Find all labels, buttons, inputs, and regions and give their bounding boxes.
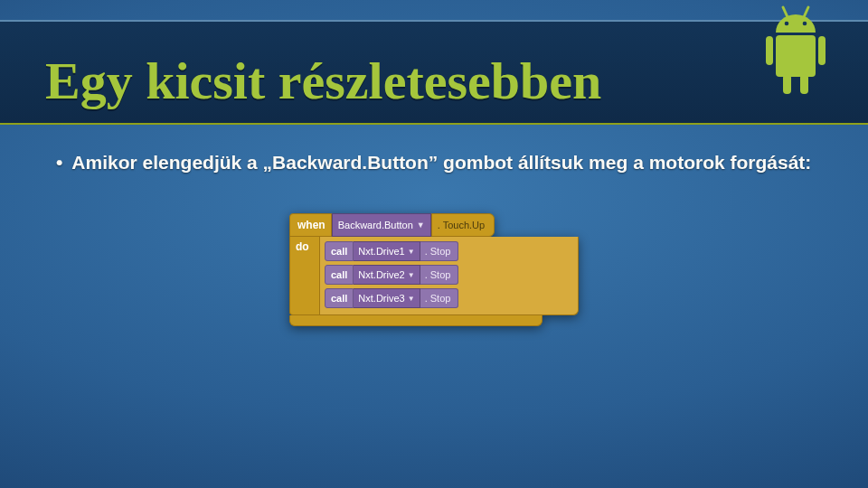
call-method-label: . Stop — [420, 288, 459, 308]
call-component-dropdown[interactable]: Nxt.Drive3 ▼ — [354, 288, 420, 308]
call-method-label: . Stop — [420, 241, 459, 261]
android-icon — [760, 2, 832, 137]
call-component-dropdown[interactable]: Nxt.Drive2 ▼ — [354, 265, 420, 285]
when-event-label: . Touch.Up — [431, 213, 495, 237]
chevron-down-icon: ▼ — [417, 221, 425, 230]
svg-line-1 — [804, 7, 808, 17]
call-block: call Nxt.Drive2 ▼ . Stop — [325, 265, 572, 285]
call-component-label: Nxt.Drive1 — [358, 246, 404, 257]
call-component-dropdown[interactable]: Nxt.Drive1 ▼ — [354, 241, 420, 261]
when-component-label: Backward.Button — [338, 220, 413, 230]
svg-rect-4 — [776, 35, 816, 77]
chevron-down-icon: ▼ — [408, 295, 415, 303]
code-blocks-figure: when Backward.Button ▼ . Touch.Up do cal… — [289, 213, 579, 326]
bullet-marker: • — [56, 152, 62, 174]
bullet-text: Amikor elengedjük a „Backward.Button” go… — [71, 152, 823, 174]
bullet-item: • Amikor elengedjük a „Backward.Button” … — [56, 152, 823, 174]
slide-title: Egy kicsit részletesebben — [45, 51, 601, 111]
do-stack: call Nxt.Drive1 ▼ . Stop call Nxt.Drive2… — [320, 237, 579, 315]
call-component-label: Nxt.Drive3 — [358, 293, 404, 304]
svg-rect-6 — [818, 36, 826, 65]
svg-rect-8 — [800, 74, 808, 94]
call-block: call Nxt.Drive1 ▼ . Stop — [325, 241, 572, 261]
do-keyword: do — [289, 237, 320, 315]
when-block: when Backward.Button ▼ . Touch.Up — [289, 213, 579, 237]
call-block: call Nxt.Drive3 ▼ . Stop — [325, 288, 572, 308]
svg-rect-7 — [783, 74, 791, 94]
call-component-label: Nxt.Drive2 — [358, 269, 404, 280]
call-method-label: . Stop — [420, 265, 459, 285]
call-keyword: call — [325, 288, 354, 308]
call-keyword: call — [325, 265, 354, 285]
svg-line-0 — [783, 7, 788, 17]
chevron-down-icon: ▼ — [408, 271, 415, 279]
chevron-down-icon: ▼ — [408, 248, 415, 256]
svg-rect-5 — [766, 36, 773, 65]
when-component-dropdown[interactable]: Backward.Button ▼ — [332, 213, 431, 237]
block-footer — [289, 315, 542, 326]
svg-point-3 — [803, 22, 807, 26]
svg-point-2 — [785, 22, 789, 26]
when-keyword: when — [289, 213, 332, 237]
call-keyword: call — [325, 241, 354, 261]
